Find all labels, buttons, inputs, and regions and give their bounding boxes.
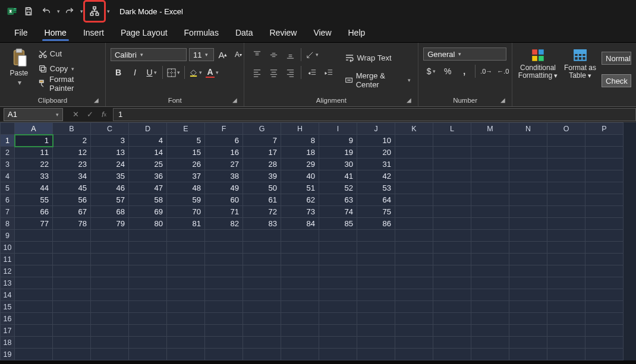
insert-function-button[interactable]: fx: [97, 109, 111, 121]
decrease-decimal-button[interactable]: ←.0: [495, 64, 511, 78]
column-header[interactable]: C: [91, 123, 129, 135]
cell[interactable]: [129, 337, 167, 349]
column-header[interactable]: M: [471, 123, 509, 135]
column-header[interactable]: N: [509, 123, 547, 135]
cut-button[interactable]: Cut: [36, 47, 100, 61]
cell[interactable]: [53, 325, 91, 337]
cell[interactable]: 9: [319, 135, 357, 147]
cell[interactable]: 59: [167, 194, 205, 206]
cell[interactable]: [547, 289, 585, 301]
cell[interactable]: [91, 230, 129, 242]
cell[interactable]: [471, 182, 509, 194]
cell[interactable]: [167, 265, 205, 277]
cell[interactable]: [471, 230, 509, 242]
cell[interactable]: [433, 337, 471, 349]
italic-button[interactable]: I: [127, 65, 143, 80]
cell[interactable]: 57: [91, 194, 129, 206]
cell[interactable]: [281, 289, 319, 301]
menu-insert[interactable]: Insert: [75, 24, 112, 42]
cell[interactable]: [547, 337, 585, 349]
cell[interactable]: [129, 313, 167, 325]
cell[interactable]: 45: [53, 182, 91, 194]
cell[interactable]: 17: [243, 147, 281, 159]
paste-dropdown-icon[interactable]: ▾: [18, 78, 21, 87]
cell[interactable]: [585, 194, 624, 206]
name-box[interactable]: A1▾: [4, 108, 63, 121]
row-header[interactable]: 19: [1, 349, 15, 360]
cell[interactable]: 8: [281, 135, 319, 147]
cell[interactable]: 6: [205, 135, 243, 147]
cell[interactable]: 39: [243, 170, 281, 182]
cell[interactable]: [395, 182, 433, 194]
row-header[interactable]: 10: [1, 242, 15, 254]
cell[interactable]: [129, 265, 167, 277]
cell[interactable]: 56: [53, 194, 91, 206]
cell[interactable]: [585, 289, 624, 301]
cell[interactable]: [585, 349, 624, 360]
row-header[interactable]: 14: [1, 289, 15, 301]
cell[interactable]: [433, 218, 471, 230]
align-right-button[interactable]: [282, 65, 298, 80]
column-header[interactable]: L: [433, 123, 471, 135]
menu-review[interactable]: Review: [262, 24, 306, 42]
cell[interactable]: [357, 230, 395, 242]
cell[interactable]: [547, 254, 585, 265]
cell[interactable]: [91, 313, 129, 325]
cell[interactable]: [129, 289, 167, 301]
cell[interactable]: [509, 301, 547, 313]
row-header[interactable]: 8: [1, 218, 15, 230]
undo-dropdown-icon[interactable]: ▾: [57, 8, 60, 14]
cell[interactable]: 18: [281, 147, 319, 159]
cell[interactable]: [547, 194, 585, 206]
cell[interactable]: [243, 254, 281, 265]
cell[interactable]: [585, 230, 624, 242]
underline-button[interactable]: U▾: [144, 65, 159, 80]
cell[interactable]: [243, 230, 281, 242]
cell[interactable]: 79: [91, 218, 129, 230]
cell[interactable]: 35: [91, 170, 129, 182]
cell[interactable]: [433, 159, 471, 170]
cell[interactable]: [585, 206, 624, 218]
cell[interactable]: 77: [15, 218, 53, 230]
cell[interactable]: [319, 242, 357, 254]
cell[interactable]: [167, 289, 205, 301]
cell[interactable]: 5: [167, 135, 205, 147]
cell[interactable]: [471, 159, 509, 170]
bold-button[interactable]: B: [111, 65, 126, 80]
cell[interactable]: [167, 242, 205, 254]
cell[interactable]: [205, 337, 243, 349]
cell[interactable]: [509, 254, 547, 265]
cell[interactable]: [585, 337, 624, 349]
cell[interactable]: [91, 265, 129, 277]
align-bottom-button[interactable]: [282, 48, 298, 62]
cell[interactable]: 47: [129, 182, 167, 194]
cell[interactable]: [205, 254, 243, 265]
cell[interactable]: 71: [205, 206, 243, 218]
cell[interactable]: [281, 325, 319, 337]
cell[interactable]: 63: [319, 194, 357, 206]
row-header[interactable]: 3: [1, 159, 15, 170]
qat-hierarchy-button[interactable]: [84, 1, 105, 21]
cell[interactable]: [471, 170, 509, 182]
cell[interactable]: [585, 313, 624, 325]
cell[interactable]: [281, 349, 319, 360]
cell[interactable]: [509, 289, 547, 301]
cell[interactable]: [319, 265, 357, 277]
cell[interactable]: 2: [53, 135, 91, 147]
cell[interactable]: [471, 147, 509, 159]
cell[interactable]: [585, 135, 624, 147]
cell[interactable]: [91, 254, 129, 265]
cell[interactable]: [509, 147, 547, 159]
cell[interactable]: [509, 230, 547, 242]
cell[interactable]: 82: [205, 218, 243, 230]
cell[interactable]: [91, 349, 129, 360]
cell[interactable]: [205, 289, 243, 301]
cell[interactable]: [509, 277, 547, 289]
column-header[interactable]: G: [243, 123, 281, 135]
cell[interactable]: [433, 289, 471, 301]
cell[interactable]: 74: [319, 206, 357, 218]
cell[interactable]: 72: [243, 206, 281, 218]
cell[interactable]: 29: [281, 159, 319, 170]
cell[interactable]: [547, 230, 585, 242]
cell[interactable]: 19: [319, 147, 357, 159]
